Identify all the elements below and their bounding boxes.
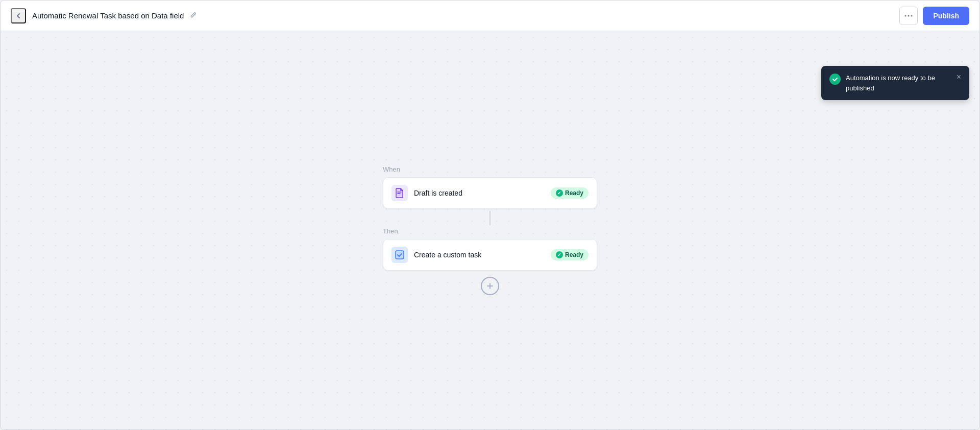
header-right: Publish (899, 7, 969, 25)
action-ready-badge: ✓ Ready (551, 249, 589, 260)
header: Automatic Renewal Task based on Data fie… (1, 1, 979, 31)
svg-point-2 (911, 15, 913, 16)
draft-icon (391, 185, 408, 201)
trigger-ready-badge: ✓ Ready (551, 187, 589, 199)
edit-icon[interactable] (190, 11, 197, 20)
toast-close-button[interactable]: × (957, 73, 961, 81)
trigger-card[interactable]: Draft is created ✓ Ready (383, 177, 597, 209)
connector-line (489, 211, 491, 225)
task-icon (391, 247, 408, 263)
app-wrapper: Automatic Renewal Task based on Data fie… (0, 0, 980, 430)
canvas: When Draft is created (1, 31, 979, 429)
publish-button[interactable]: Publish (923, 7, 969, 25)
svg-point-0 (905, 15, 906, 16)
action-check-icon: ✓ (556, 251, 563, 258)
when-section: When Draft is created (383, 165, 597, 209)
trigger-status: Ready (565, 189, 583, 197)
trigger-label: Draft is created (414, 189, 462, 197)
back-button[interactable] (11, 8, 26, 23)
action-card[interactable]: Create a custom task ✓ Ready (383, 239, 597, 271)
svg-rect-4 (396, 251, 404, 259)
toast-left: Automation is now ready to be published (829, 73, 952, 93)
trigger-check-icon: ✓ (556, 189, 563, 197)
action-label: Create a custom task (414, 251, 481, 259)
svg-point-1 (908, 15, 910, 16)
toast-notification: Automation is now ready to be published … (821, 66, 969, 100)
header-left: Automatic Renewal Task based on Data fie… (11, 8, 197, 23)
toast-check-icon (829, 74, 841, 85)
when-label: When (383, 165, 597, 173)
action-card-left: Create a custom task (391, 247, 481, 263)
action-status: Ready (565, 251, 583, 258)
svg-rect-3 (396, 188, 402, 197)
toast-message: Automation is now ready to be published (846, 73, 952, 93)
trigger-card-left: Draft is created (391, 185, 462, 201)
flow-container: When Draft is created (383, 165, 597, 295)
then-section: Then Create a custom task ✓ (383, 227, 597, 271)
more-options-button[interactable] (899, 7, 918, 25)
then-label: Then (383, 227, 597, 235)
add-step-button[interactable] (481, 277, 499, 295)
page-title: Automatic Renewal Task based on Data fie… (32, 11, 184, 20)
